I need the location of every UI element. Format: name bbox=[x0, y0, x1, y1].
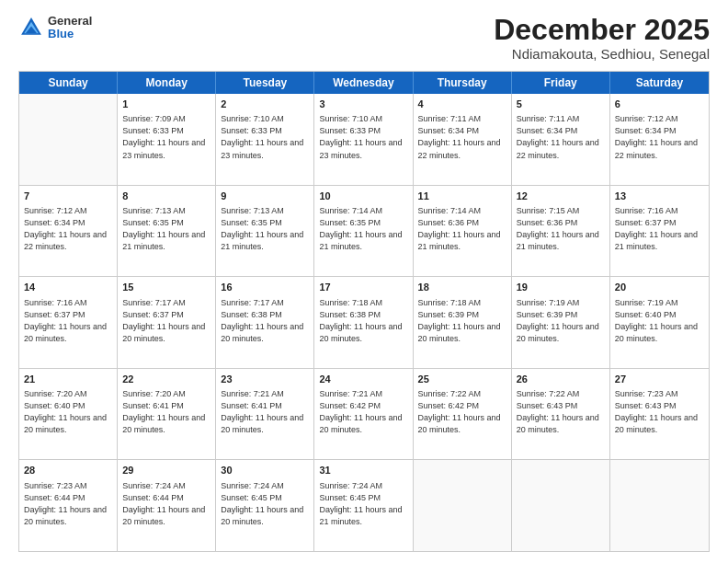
cell-details: Sunrise: 7:20 AM Sunset: 6:41 PM Dayligh… bbox=[122, 388, 210, 436]
day-number: 31 bbox=[319, 464, 407, 477]
day-number: 3 bbox=[319, 98, 407, 111]
day-number: 20 bbox=[615, 281, 704, 294]
day-cell-19: 19Sunrise: 7:19 AM Sunset: 6:39 PM Dayli… bbox=[512, 277, 610, 368]
day-cell-27: 27Sunrise: 7:23 AM Sunset: 6:43 PM Dayli… bbox=[610, 369, 709, 460]
title-block: December 2025 Ndiamakouta, Sedhiou, Sene… bbox=[494, 15, 710, 62]
day-number: 23 bbox=[221, 373, 309, 386]
day-cell-3: 3Sunrise: 7:10 AM Sunset: 6:33 PM Daylig… bbox=[314, 94, 413, 185]
empty-cell bbox=[19, 94, 118, 185]
day-number: 26 bbox=[517, 373, 605, 386]
logo: General Blue bbox=[18, 15, 92, 41]
day-number: 7 bbox=[24, 190, 112, 203]
day-number: 18 bbox=[418, 281, 506, 294]
day-number: 17 bbox=[319, 281, 407, 294]
cell-details: Sunrise: 7:14 AM Sunset: 6:35 PM Dayligh… bbox=[319, 205, 407, 253]
cell-details: Sunrise: 7:18 AM Sunset: 6:38 PM Dayligh… bbox=[319, 297, 407, 345]
day-cell-7: 7Sunrise: 7:12 AM Sunset: 6:34 PM Daylig… bbox=[19, 186, 118, 277]
cell-details: Sunrise: 7:19 AM Sunset: 6:39 PM Dayligh… bbox=[517, 297, 605, 345]
day-number: 21 bbox=[24, 373, 112, 386]
empty-cell bbox=[512, 460, 610, 551]
day-cell-22: 22Sunrise: 7:20 AM Sunset: 6:41 PM Dayli… bbox=[118, 369, 216, 460]
day-number: 14 bbox=[24, 281, 112, 294]
day-number: 19 bbox=[517, 281, 605, 294]
day-number: 4 bbox=[418, 98, 506, 111]
calendar-header-row: SundayMondayTuesdayWednesdayThursdayFrid… bbox=[19, 72, 709, 94]
cell-details: Sunrise: 7:24 AM Sunset: 6:45 PM Dayligh… bbox=[221, 480, 309, 528]
day-cell-14: 14Sunrise: 7:16 AM Sunset: 6:37 PM Dayli… bbox=[19, 277, 118, 368]
cell-details: Sunrise: 7:14 AM Sunset: 6:36 PM Dayligh… bbox=[418, 205, 506, 253]
cell-details: Sunrise: 7:18 AM Sunset: 6:39 PM Dayligh… bbox=[418, 297, 506, 345]
day-cell-31: 31Sunrise: 7:24 AM Sunset: 6:45 PM Dayli… bbox=[314, 460, 413, 551]
header: General Blue December 2025 Ndiamakouta, … bbox=[18, 15, 710, 62]
cell-details: Sunrise: 7:15 AM Sunset: 6:36 PM Dayligh… bbox=[517, 205, 605, 253]
cell-details: Sunrise: 7:10 AM Sunset: 6:33 PM Dayligh… bbox=[319, 113, 407, 161]
header-cell-friday: Friday bbox=[512, 72, 610, 94]
day-cell-21: 21Sunrise: 7:20 AM Sunset: 6:40 PM Dayli… bbox=[19, 369, 118, 460]
day-number: 1 bbox=[122, 98, 210, 111]
header-cell-tuesday: Tuesday bbox=[216, 72, 314, 94]
cell-details: Sunrise: 7:22 AM Sunset: 6:42 PM Dayligh… bbox=[418, 388, 506, 436]
empty-cell bbox=[414, 460, 512, 551]
day-number: 16 bbox=[221, 281, 309, 294]
day-number: 28 bbox=[24, 464, 112, 477]
day-cell-6: 6Sunrise: 7:12 AM Sunset: 6:34 PM Daylig… bbox=[610, 94, 709, 185]
cell-details: Sunrise: 7:12 AM Sunset: 6:34 PM Dayligh… bbox=[615, 113, 704, 161]
week-row-3: 14Sunrise: 7:16 AM Sunset: 6:37 PM Dayli… bbox=[19, 277, 709, 369]
cell-details: Sunrise: 7:17 AM Sunset: 6:38 PM Dayligh… bbox=[221, 297, 309, 345]
day-cell-9: 9Sunrise: 7:13 AM Sunset: 6:35 PM Daylig… bbox=[216, 186, 314, 277]
week-row-5: 28Sunrise: 7:23 AM Sunset: 6:44 PM Dayli… bbox=[19, 460, 709, 551]
day-cell-30: 30Sunrise: 7:24 AM Sunset: 6:45 PM Dayli… bbox=[216, 460, 314, 551]
cell-details: Sunrise: 7:22 AM Sunset: 6:43 PM Dayligh… bbox=[517, 388, 605, 436]
day-number: 22 bbox=[122, 373, 210, 386]
cell-details: Sunrise: 7:09 AM Sunset: 6:33 PM Dayligh… bbox=[122, 113, 210, 161]
calendar: SundayMondayTuesdayWednesdayThursdayFrid… bbox=[18, 71, 710, 552]
calendar-body: 1Sunrise: 7:09 AM Sunset: 6:33 PM Daylig… bbox=[19, 94, 709, 551]
day-number: 25 bbox=[418, 373, 506, 386]
header-cell-monday: Monday bbox=[118, 72, 216, 94]
day-number: 8 bbox=[122, 190, 210, 203]
cell-details: Sunrise: 7:10 AM Sunset: 6:33 PM Dayligh… bbox=[221, 113, 309, 161]
empty-cell bbox=[610, 460, 709, 551]
week-row-4: 21Sunrise: 7:20 AM Sunset: 6:40 PM Dayli… bbox=[19, 369, 709, 461]
cell-details: Sunrise: 7:12 AM Sunset: 6:34 PM Dayligh… bbox=[24, 205, 112, 253]
day-number: 9 bbox=[221, 190, 309, 203]
header-cell-sunday: Sunday bbox=[19, 72, 118, 94]
day-cell-1: 1Sunrise: 7:09 AM Sunset: 6:33 PM Daylig… bbox=[118, 94, 216, 185]
day-number: 6 bbox=[615, 98, 704, 111]
day-number: 13 bbox=[615, 190, 704, 203]
cell-details: Sunrise: 7:17 AM Sunset: 6:37 PM Dayligh… bbox=[122, 297, 210, 345]
cell-details: Sunrise: 7:16 AM Sunset: 6:37 PM Dayligh… bbox=[24, 297, 112, 345]
day-cell-28: 28Sunrise: 7:23 AM Sunset: 6:44 PM Dayli… bbox=[19, 460, 118, 551]
logo-general-text: General bbox=[48, 15, 92, 28]
page: General Blue December 2025 Ndiamakouta, … bbox=[0, 0, 728, 563]
day-cell-29: 29Sunrise: 7:24 AM Sunset: 6:44 PM Dayli… bbox=[118, 460, 216, 551]
day-cell-2: 2Sunrise: 7:10 AM Sunset: 6:33 PM Daylig… bbox=[216, 94, 314, 185]
cell-details: Sunrise: 7:21 AM Sunset: 6:42 PM Dayligh… bbox=[319, 388, 407, 436]
month-title: December 2025 bbox=[494, 15, 710, 44]
day-cell-16: 16Sunrise: 7:17 AM Sunset: 6:38 PM Dayli… bbox=[216, 277, 314, 368]
day-number: 12 bbox=[517, 190, 605, 203]
cell-details: Sunrise: 7:16 AM Sunset: 6:37 PM Dayligh… bbox=[615, 205, 704, 253]
day-cell-26: 26Sunrise: 7:22 AM Sunset: 6:43 PM Dayli… bbox=[512, 369, 610, 460]
day-number: 5 bbox=[517, 98, 605, 111]
cell-details: Sunrise: 7:23 AM Sunset: 6:44 PM Dayligh… bbox=[24, 480, 112, 528]
day-cell-15: 15Sunrise: 7:17 AM Sunset: 6:37 PM Dayli… bbox=[118, 277, 216, 368]
day-number: 29 bbox=[122, 464, 210, 477]
day-cell-8: 8Sunrise: 7:13 AM Sunset: 6:35 PM Daylig… bbox=[118, 186, 216, 277]
header-cell-wednesday: Wednesday bbox=[314, 72, 413, 94]
cell-details: Sunrise: 7:11 AM Sunset: 6:34 PM Dayligh… bbox=[517, 113, 605, 161]
logo-blue-text: Blue bbox=[48, 28, 92, 40]
cell-details: Sunrise: 7:24 AM Sunset: 6:45 PM Dayligh… bbox=[319, 480, 407, 528]
day-number: 10 bbox=[319, 190, 407, 203]
day-cell-13: 13Sunrise: 7:16 AM Sunset: 6:37 PM Dayli… bbox=[610, 186, 709, 277]
day-cell-10: 10Sunrise: 7:14 AM Sunset: 6:35 PM Dayli… bbox=[314, 186, 413, 277]
day-cell-25: 25Sunrise: 7:22 AM Sunset: 6:42 PM Dayli… bbox=[414, 369, 512, 460]
day-cell-5: 5Sunrise: 7:11 AM Sunset: 6:34 PM Daylig… bbox=[512, 94, 610, 185]
day-cell-18: 18Sunrise: 7:18 AM Sunset: 6:39 PM Dayli… bbox=[414, 277, 512, 368]
cell-details: Sunrise: 7:19 AM Sunset: 6:40 PM Dayligh… bbox=[615, 297, 704, 345]
cell-details: Sunrise: 7:20 AM Sunset: 6:40 PM Dayligh… bbox=[24, 388, 112, 436]
day-number: 11 bbox=[418, 190, 506, 203]
day-cell-24: 24Sunrise: 7:21 AM Sunset: 6:42 PM Dayli… bbox=[314, 369, 413, 460]
day-number: 24 bbox=[319, 373, 407, 386]
location-title: Ndiamakouta, Sedhiou, Senegal bbox=[494, 46, 710, 62]
